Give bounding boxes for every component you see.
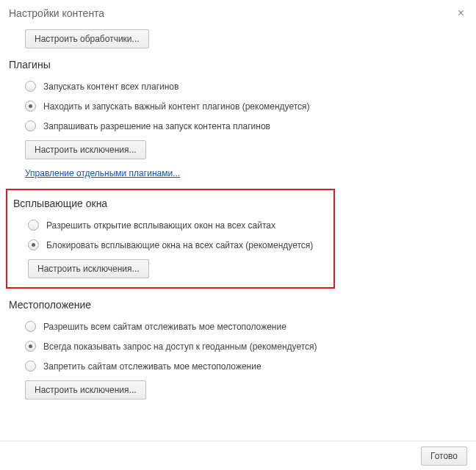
dialog-title: Настройки контента [0, 0, 476, 25]
radio-icon [28, 239, 39, 250]
location-title: Местоположение [9, 299, 467, 311]
radio-icon [25, 101, 36, 112]
scroll-area[interactable]: Настроить обработчики... Плагины Запуска… [0, 25, 476, 441]
popups-exceptions-button[interactable]: Настроить исключения... [28, 259, 149, 278]
radio-icon [25, 361, 36, 372]
radio-label: Разрешить всем сайтам отслеживать мое ме… [43, 322, 286, 332]
plugins-title: Плагины [9, 59, 467, 70]
popups-option-allow[interactable]: Разрешить открытие всплывающих окон на в… [12, 215, 329, 235]
radio-label: Находить и запускать важный контент плаг… [43, 101, 310, 112]
location-option-ask[interactable]: Всегда показывать запрос на доступ к гео… [9, 336, 467, 356]
dialog-footer: Готово [0, 441, 476, 470]
radio-label: Разрешить открытие всплывающих окон на в… [46, 220, 275, 231]
manage-plugins-link[interactable]: Управление отдельными плагинами... [25, 168, 180, 178]
plugins-option-detect-important[interactable]: Находить и запускать важный контент плаг… [9, 96, 467, 116]
plugins-exceptions-button[interactable]: Настроить исключения... [25, 140, 146, 159]
radio-icon [28, 220, 39, 231]
configure-handlers-button[interactable]: Настроить обработчики... [25, 29, 149, 48]
spacer [9, 400, 467, 441]
radio-icon [25, 341, 36, 352]
location-option-allow[interactable]: Разрешить всем сайтам отслеживать мое ме… [9, 317, 467, 336]
radio-label: Всегда показывать запрос на доступ к гео… [43, 341, 317, 352]
content-settings-dialog: Настройки контента × Настроить обработчи… [0, 0, 476, 470]
radio-icon [25, 120, 36, 131]
popups-highlight: Всплывающие окна Разрешить открытие вспл… [6, 189, 335, 289]
radio-label: Запускать контент всех плагинов [43, 82, 178, 92]
location-option-block[interactable]: Запретить сайтам отслеживать мое местопо… [9, 356, 467, 376]
done-button[interactable]: Готово [421, 446, 467, 466]
plugins-group: Плагины Запускать контент всех плагинов … [9, 59, 467, 178]
plugins-option-ask[interactable]: Запрашивать разрешение на запуск контент… [9, 116, 467, 136]
popups-option-block[interactable]: Блокировать всплывающие окна на всех сай… [12, 235, 329, 255]
radio-label: Блокировать всплывающие окна на всех сай… [46, 240, 313, 250]
radio-label: Запретить сайтам отслеживать мое местопо… [43, 361, 262, 372]
radio-icon [25, 81, 36, 92]
radio-label: Запрашивать разрешение на запуск контент… [43, 121, 270, 131]
popups-title: Всплывающие окна [13, 198, 329, 209]
location-group: Местоположение Разрешить всем сайтам отс… [9, 299, 467, 400]
location-exceptions-button[interactable]: Настроить исключения... [25, 380, 146, 400]
close-icon[interactable]: × [458, 7, 464, 19]
plugins-option-run-all[interactable]: Запускать контент всех плагинов [9, 76, 467, 96]
radio-icon [25, 321, 36, 332]
